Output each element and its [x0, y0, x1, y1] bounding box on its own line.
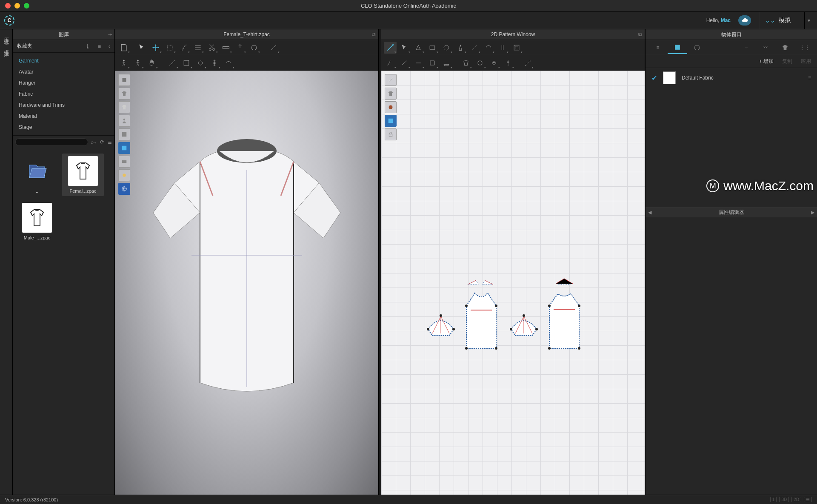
list-view-icon[interactable]: ≣ [108, 139, 112, 145]
view-strain-icon[interactable] [118, 128, 130, 140]
viewmode-layout[interactable]: ☰ [804, 497, 812, 502]
tool-2d-addpoint[interactable] [398, 42, 411, 54]
popout-icon[interactable]: ⧉ [372, 31, 376, 37]
simulate-options-dropdown[interactable]: ▾ [804, 12, 813, 29]
collapse-left-icon[interactable]: ◀ [648, 210, 651, 215]
tool-2d-editsewing[interactable] [412, 57, 425, 69]
tool-zipper3d[interactable] [208, 57, 221, 69]
minimize-window-icon[interactable] [14, 3, 20, 9]
rail-tab-module-library[interactable]: 模块库 [3, 46, 10, 48]
chevron-left-icon[interactable]: ‹ [109, 43, 110, 49]
fullscreen-window-icon[interactable] [24, 3, 29, 9]
tree-item-material[interactable]: Material [13, 111, 114, 122]
close-window-icon[interactable] [5, 3, 11, 9]
tree-item-garment[interactable]: Garment [13, 55, 114, 66]
tool-2d-steam[interactable] [440, 57, 453, 69]
tab-topstitch[interactable]: --- [736, 41, 756, 54]
file-item-female-tshirt[interactable]: Femal...zpac [62, 154, 104, 196]
canvas-3d[interactable] [115, 71, 378, 495]
add-fabric-button[interactable]: + 增加 [759, 58, 774, 65]
tool-hand[interactable] [146, 57, 158, 69]
tool-dart[interactable] [177, 42, 190, 54]
tool-2d-polygon[interactable] [412, 42, 425, 54]
collapse-right-icon[interactable]: ▶ [811, 210, 814, 215]
tool-extra-1[interactable] [267, 42, 280, 54]
tool-2d-internalline[interactable] [468, 42, 481, 54]
viewmode-2d[interactable]: 2D [791, 497, 801, 502]
view-2d-garment-icon[interactable] [385, 88, 397, 100]
view-mesh-icon[interactable] [118, 142, 130, 154]
view-2d-strain-icon[interactable] [385, 101, 397, 113]
tool-avatar-walk[interactable] [117, 57, 130, 69]
fabric-item-menu-icon[interactable]: ≡ [808, 75, 811, 81]
tree-item-stage[interactable]: Stage [13, 122, 114, 133]
tool-2d-graphic[interactable] [460, 57, 472, 69]
tool-2d-sewing[interactable] [384, 57, 397, 69]
tool-2d-dart[interactable] [454, 42, 467, 54]
tool-2d-rectangle[interactable] [426, 42, 439, 54]
tool-texture3d[interactable] [180, 57, 193, 69]
rail-tab-history[interactable]: 历史记录 [3, 34, 10, 37]
viewmode-3d[interactable]: 3D [779, 497, 789, 502]
popout-icon[interactable]: ⧉ [638, 31, 642, 37]
tab-pucker[interactable]: 〰 [756, 41, 775, 54]
tool-2d-notch[interactable] [496, 42, 509, 54]
view-2d-info-icon[interactable] [385, 74, 397, 86]
search-icon[interactable]: ⌕▾ [91, 139, 97, 145]
tab-fabric[interactable] [668, 41, 687, 54]
tool-2d-circle[interactable] [440, 42, 453, 54]
download-icon[interactable]: ⭳ [85, 43, 90, 49]
tool-graphic3d[interactable] [194, 57, 207, 69]
tool-2d-texture[interactable] [474, 57, 486, 69]
tool-2d-button[interactable] [488, 57, 500, 69]
tree-item-hardware-trims[interactable]: Hardware and Trims [13, 100, 114, 111]
tree-item-fabric[interactable]: Fabric [13, 88, 114, 100]
tool-2d-zipper[interactable] [502, 57, 514, 69]
tool-cut[interactable] [206, 42, 218, 54]
view-light-icon[interactable] [118, 169, 130, 181]
tab-buttons[interactable] [687, 41, 707, 54]
tool-2d-fold[interactable] [426, 57, 439, 69]
canvas-2d[interactable] [381, 71, 645, 495]
tool-2d-freesewing[interactable] [398, 57, 411, 69]
cloud-sync-button[interactable] [738, 15, 751, 26]
tool-button[interactable] [248, 42, 260, 54]
tool-select-arrow[interactable] [135, 42, 148, 54]
view-2d-fabric-icon[interactable] [385, 115, 397, 127]
app-logo-icon[interactable]: C [4, 15, 14, 26]
tool-marquee[interactable] [163, 42, 176, 54]
simulate-button[interactable]: ⌄⌄ 模拟 [759, 12, 797, 29]
tool-2d-trace[interactable] [482, 42, 495, 54]
view-environment-icon[interactable] [118, 183, 130, 195]
fabric-row-default[interactable]: ✔ Default Fabric ≡ [646, 68, 817, 88]
library-search-input[interactable] [15, 138, 88, 146]
tool-tape[interactable] [220, 42, 232, 54]
tool-pan[interactable] [149, 42, 162, 54]
view-reset-icon[interactable] [118, 74, 130, 86]
tab-trim[interactable] [775, 41, 795, 54]
tool-trim3d[interactable] [222, 57, 235, 69]
view-garment-icon[interactable] [118, 88, 130, 100]
tree-item-avatar[interactable]: Avatar [13, 66, 114, 77]
file-item-up[interactable]: .. [16, 154, 58, 196]
tool-save-3d[interactable] [117, 42, 130, 54]
view-thick-icon[interactable] [118, 156, 130, 168]
menu-icon[interactable]: ≡ [98, 43, 101, 49]
view-2d-lock-icon[interactable] [385, 128, 397, 140]
tree-item-hanger[interactable]: Hanger [13, 77, 114, 88]
tool-2d-seamallow[interactable] [510, 42, 523, 54]
refresh-icon[interactable]: ⟳ [100, 139, 104, 145]
tool-avatar-stand[interactable] [131, 57, 144, 69]
file-item-male-tshirt[interactable]: Male_...zpac [16, 200, 58, 243]
tool-pin[interactable] [234, 42, 246, 54]
viewmode-1[interactable]: 1 [770, 497, 777, 502]
tool-measure3d[interactable] [166, 57, 179, 69]
pin-panel-icon[interactable]: ⇢ [108, 31, 112, 37]
tab-scene[interactable]: ≡ [648, 41, 668, 54]
tool-2d-measure[interactable] [521, 57, 534, 69]
tool-2d-edit[interactable] [384, 42, 397, 54]
view-avatar-skin-icon[interactable] [118, 101, 130, 113]
tool-fold[interactable] [191, 42, 204, 54]
view-fit-icon[interactable] [118, 115, 130, 127]
tab-grading[interactable]: ⋮⋮ [795, 41, 814, 54]
